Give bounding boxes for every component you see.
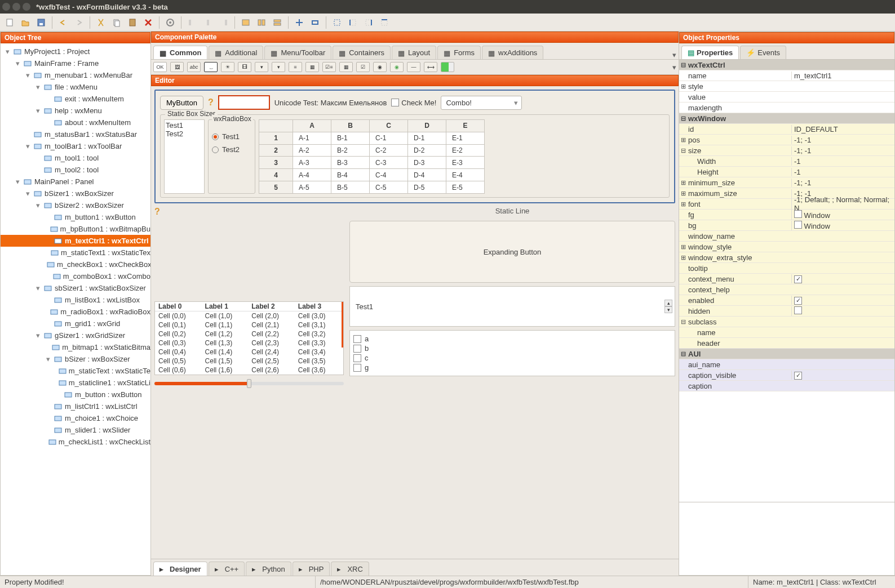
tree-item[interactable]: m_radioBox1 : wxRadioBox [1, 306, 150, 318]
wxgrid[interactable]: ABCDE1A-1B-1C-1D-1E-12A-2B-2C-2D-2E-23A-… [259, 119, 485, 194]
checklist-item[interactable]: g [353, 363, 671, 372]
help-icon-2[interactable]: ? [154, 207, 344, 217]
property-row[interactable]: tooltip [679, 263, 894, 274]
textctrl-selected[interactable] [218, 95, 270, 110]
tree-item[interactable]: ▾bSizer2 : wxBoxSizer [1, 199, 150, 211]
tree-item[interactable]: ▾bSizer1 : wxBoxSizer [1, 188, 150, 199]
tree-item[interactable]: ▾bSizer : wxBoxSizer [1, 353, 150, 365]
tree-item[interactable]: m_tool2 : tool [1, 164, 150, 176]
tree-item[interactable]: ▾sbSizer1 : wxStaticBoxSizer [1, 282, 150, 294]
property-row[interactable]: header [679, 338, 894, 349]
property-row[interactable]: context_help [679, 284, 894, 295]
view-tab-php[interactable]: ▸PHP [293, 562, 330, 576]
checklistbox[interactable]: abcg [349, 330, 675, 376]
wxcombobox-icon[interactable]: ▾ [255, 62, 268, 72]
tree-item[interactable]: m_staticText : wxStaticTe [1, 365, 150, 377]
close-icon[interactable] [2, 3, 10, 11]
new-file-icon[interactable] [2, 15, 17, 30]
property-row[interactable]: Height-1 [679, 167, 894, 177]
delete-icon[interactable] [141, 15, 156, 30]
layout-icon-1[interactable] [238, 15, 253, 30]
tree-item[interactable]: ▾MainPanel : Panel [1, 176, 150, 188]
layout-icon-2[interactable] [254, 15, 269, 30]
maximize-icon[interactable] [23, 3, 30, 11]
property-row[interactable]: ⊞style [679, 81, 894, 92]
property-row[interactable]: ⊞window_style [679, 242, 894, 252]
wxcheckbox-icon[interactable]: ☑ [356, 62, 370, 72]
wxgauge-icon[interactable] [441, 62, 454, 72]
palette-tab-layout[interactable]: ▦Layout [392, 46, 436, 59]
align-right-icon[interactable] [216, 15, 231, 30]
property-row[interactable]: Width-1 [679, 156, 894, 167]
radio-test1[interactable]: Test1 [212, 130, 251, 143]
tree-item[interactable]: exit : wxMenuItem [1, 93, 150, 105]
property-row[interactable]: ⊞minimum_size-1; -1 [679, 177, 894, 188]
generate-icon[interactable] [163, 15, 178, 30]
wxslider-icon[interactable]: ⟷ [424, 62, 437, 72]
copy-icon[interactable] [109, 15, 124, 30]
tree-item[interactable]: ▾m_menubar1 : wxMenuBar [1, 69, 150, 81]
property-row[interactable]: ⊟wxWindow [679, 113, 894, 124]
palette-dropdown-icon[interactable]: ▾ [672, 63, 676, 72]
property-row[interactable]: fg Window [679, 210, 894, 220]
wxchecklist-icon[interactable]: ☑≡ [322, 62, 336, 72]
property-row[interactable]: context_menu [679, 274, 894, 284]
checklist-item[interactable]: c [353, 353, 671, 363]
wxanimationctrl-icon[interactable]: 🎞 [238, 62, 251, 72]
view-tab-c[interactable]: ▸C++ [209, 562, 245, 576]
property-grid[interactable]: ⊟wxTextCtrlnamem_textCtrl1⊞stylevaluemax… [679, 60, 894, 502]
checklist-item[interactable]: a [353, 334, 671, 344]
layout-icon-3[interactable] [270, 15, 285, 30]
border-right-icon[interactable] [361, 15, 376, 30]
help-icon[interactable]: ? [208, 97, 214, 108]
minimize-icon[interactable] [12, 3, 20, 11]
palette-tab-containers[interactable]: ▦Containers [333, 46, 391, 59]
tree-item[interactable]: ▾gSizer1 : wxGridSizer [1, 329, 150, 341]
property-row[interactable]: idID_DEFAULT [679, 124, 894, 135]
tree-item[interactable]: ▾MainFrame : Frame [1, 57, 150, 69]
property-row[interactable]: ⊞pos-1; -1 [679, 135, 894, 145]
tree-item[interactable]: ▾file : wxMenu [1, 81, 150, 93]
tree-item[interactable]: m_checkBox1 : wxCheckBox [1, 259, 150, 270]
tree-item[interactable]: ▾m_toolBar1 : wxToolBar [1, 140, 150, 152]
cut-icon[interactable] [94, 15, 108, 30]
property-row[interactable]: bg Window [679, 220, 894, 231]
tree-item[interactable]: m_choice1 : wxChoice [1, 412, 150, 424]
align-left-icon[interactable] [185, 15, 200, 30]
tree-item[interactable]: m_listBox1 : wxListBox [1, 294, 150, 306]
expanding-button[interactable]: Expanding Button [349, 221, 675, 283]
stretch-icon[interactable] [308, 15, 322, 30]
wxchoice-icon[interactable]: ▾ [272, 62, 285, 72]
tab-events[interactable]: ⚡ Events [740, 46, 786, 59]
property-row[interactable]: ⊟AUI [679, 349, 894, 359]
property-row[interactable]: maxlength [679, 103, 894, 113]
spin-buttons[interactable]: ▴▾ [664, 300, 672, 313]
checklist-item[interactable]: b [353, 344, 671, 353]
undo-icon[interactable] [56, 15, 70, 30]
property-row[interactable]: caption_visible [679, 370, 894, 381]
wxstaticline-icon[interactable]: — [407, 62, 420, 72]
view-tab-python[interactable]: ▸Python [246, 562, 291, 576]
tree-item[interactable]: m_tool1 : tool [1, 152, 150, 164]
palette-tab-common[interactable]: ▦Common [153, 46, 207, 59]
tab-properties[interactable]: ▤ Properties [681, 46, 739, 59]
palette-tab-additional[interactable]: ▦Additional [209, 46, 263, 59]
property-row[interactable]: window_name [679, 231, 894, 242]
property-row[interactable]: enabled [679, 295, 894, 306]
mybutton-button[interactable]: MyButton [160, 96, 203, 110]
property-row[interactable]: ⊟size-1; -1 [679, 145, 894, 156]
tree-item[interactable]: m_textCtrl1 : wxTextCtrl [1, 235, 150, 247]
save-file-icon[interactable] [34, 15, 48, 30]
radio-test2[interactable]: Test2 [212, 143, 251, 156]
wxbitmapbutton-icon[interactable]: 🖼 [170, 62, 184, 72]
wxstatictext-icon[interactable]: abc [187, 62, 201, 72]
slider[interactable] [154, 382, 344, 385]
wxbutton-icon[interactable]: OK [153, 62, 167, 72]
paste-icon[interactable] [125, 15, 140, 30]
view-tab-xrc[interactable]: ▸XRC [331, 562, 369, 576]
tree-item[interactable]: ▾MyProject1 : Project [1, 46, 150, 57]
tree-item[interactable]: about : wxMenuItem [1, 117, 150, 128]
tree-item[interactable]: m_listCtrl1 : wxListCtrl [1, 400, 150, 412]
border-left-icon[interactable] [345, 15, 360, 30]
wxradiobutton-icon[interactable]: ◉ [373, 62, 387, 72]
